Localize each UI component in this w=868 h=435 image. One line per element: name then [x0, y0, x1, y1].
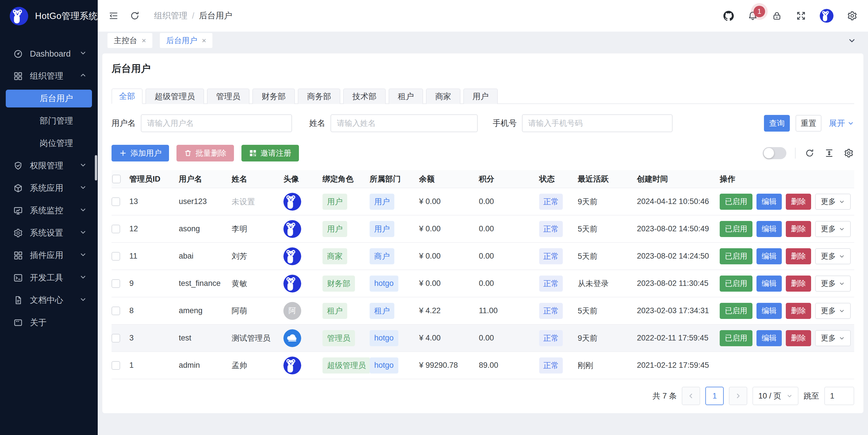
prev-page-button[interactable]	[682, 387, 700, 405]
delete-button[interactable]: 删除	[786, 194, 811, 210]
enabled-button[interactable]: 已启用	[720, 194, 752, 210]
next-page-button[interactable]	[729, 387, 747, 405]
delete-button[interactable]: 删除	[786, 330, 811, 346]
user-avatar[interactable]	[820, 9, 834, 23]
enabled-button[interactable]: 已启用	[720, 303, 752, 319]
sidebar-item-plugins[interactable]: 插件应用	[0, 247, 98, 264]
sidebar-subitem-departments[interactable]: 部门管理	[6, 112, 92, 130]
enabled-button[interactable]: 已启用	[720, 221, 752, 237]
filter-tab-tech[interactable]: 技术部	[343, 89, 386, 104]
expand-link[interactable]: 展开	[829, 118, 854, 129]
more-button[interactable]: 更多	[815, 330, 851, 346]
tab-console[interactable]: 主控台 ×	[107, 33, 152, 48]
lock-screen-icon[interactable]	[771, 10, 782, 21]
sidebar-item-system-apps[interactable]: 系统应用	[0, 179, 98, 197]
sidebar-item-dashboard[interactable]: Dashboard	[0, 45, 98, 63]
row-checkbox[interactable]	[112, 334, 120, 342]
cell-balance: ¥ 0.00	[419, 270, 479, 297]
edit-button[interactable]: 编辑	[756, 221, 782, 237]
delete-button[interactable]: 删除	[786, 303, 811, 319]
row-checkbox[interactable]	[112, 361, 120, 370]
filter-tab-business[interactable]: 商务部	[298, 89, 340, 104]
cell-id: 12	[129, 215, 179, 243]
striped-toggle[interactable]	[763, 147, 786, 159]
sidebar-item-organization[interactable]: 组织管理	[0, 67, 98, 85]
notification-bell-icon[interactable]: 1	[747, 10, 758, 21]
add-user-button[interactable]: 添加用户	[112, 145, 169, 161]
filter-tab-user[interactable]: 用户	[463, 89, 498, 104]
page-size-select[interactable]: 10 / 页	[752, 387, 799, 405]
row-checkbox[interactable]	[112, 279, 120, 288]
sidebar-item-dev-tools[interactable]: 开发工具	[0, 269, 98, 287]
koala-avatar	[283, 356, 301, 374]
table-refresh-icon[interactable]	[804, 148, 815, 159]
filter-tab-finance[interactable]: 财务部	[252, 89, 295, 104]
delete-button[interactable]: 删除	[786, 276, 811, 291]
sidebar-item-system-monitor[interactable]: 系统监控	[0, 202, 98, 219]
logo[interactable]: HotGo管理系统	[0, 0, 98, 32]
edit-button[interactable]: 编辑	[756, 276, 782, 291]
settings-gear-icon[interactable]	[847, 10, 858, 21]
row-checkbox[interactable]	[112, 225, 120, 233]
filter-tab-merchant[interactable]: 商家	[426, 89, 460, 104]
edit-button[interactable]: 编辑	[756, 303, 782, 319]
more-button[interactable]: 更多	[815, 221, 851, 237]
menu-collapse-icon[interactable]	[108, 10, 119, 21]
sidebar-item-system-settings[interactable]: 系统设置	[0, 224, 98, 242]
chevron-down-icon[interactable]	[845, 34, 858, 47]
sidebar-item-about[interactable]: 关于	[0, 314, 98, 332]
invite-register-button[interactable]: 邀请注册	[242, 145, 299, 161]
row-height-icon[interactable]	[824, 148, 835, 159]
more-button[interactable]: 更多	[815, 194, 851, 210]
select-all-checkbox[interactable]	[112, 175, 121, 183]
filter-tab-all[interactable]: 全部	[112, 89, 143, 104]
enabled-button[interactable]: 已启用	[720, 248, 752, 264]
row-checkbox[interactable]	[112, 307, 120, 315]
more-button[interactable]: 更多	[815, 248, 851, 264]
row-checkbox[interactable]	[112, 197, 120, 206]
refresh-icon[interactable]	[129, 10, 140, 21]
delete-button[interactable]: 删除	[786, 248, 811, 264]
enabled-button[interactable]: 已启用	[720, 276, 752, 291]
github-icon[interactable]	[723, 10, 734, 21]
sidebar-item-permissions[interactable]: 权限管理	[0, 157, 98, 175]
sidebar-item-label: 系统设置	[30, 227, 63, 239]
breadcrumb-parent[interactable]: 组织管理	[154, 10, 187, 22]
jump-page-input[interactable]	[824, 387, 854, 405]
query-button[interactable]: 查询	[764, 115, 790, 132]
cell-id: 1	[129, 352, 179, 379]
more-button[interactable]: 更多	[815, 276, 851, 291]
column-settings-gear-icon[interactable]	[843, 148, 854, 159]
filter-tab-tenant[interactable]: 租户	[389, 89, 423, 104]
cell-last-active: 刚刚	[578, 352, 637, 379]
realname-input[interactable]	[331, 114, 478, 132]
more-button[interactable]: 更多	[815, 303, 851, 319]
sidebar-subitem-backend-users[interactable]: 后台用户	[6, 90, 92, 107]
sidebar-subitem-posts[interactable]: 岗位管理	[6, 134, 92, 152]
reset-button[interactable]: 重置	[796, 115, 822, 132]
chevron-up-icon	[79, 71, 87, 81]
sidebar-item-docs[interactable]: 文档中心	[0, 291, 98, 309]
enabled-button[interactable]: 已启用	[720, 330, 752, 346]
close-icon[interactable]: ×	[142, 37, 146, 44]
username-input[interactable]	[141, 114, 292, 132]
sidebar-scrollbar[interactable]	[95, 155, 97, 181]
more-label: 更多	[821, 224, 836, 234]
edit-button[interactable]: 编辑	[756, 194, 782, 210]
row-checkbox[interactable]	[112, 252, 120, 260]
mobile-input[interactable]	[522, 114, 673, 132]
dept-tag: 用户	[370, 221, 394, 237]
org-grid-icon	[13, 71, 23, 81]
close-icon[interactable]: ×	[202, 37, 206, 44]
edit-button[interactable]: 编辑	[756, 330, 782, 346]
tab-backend-users[interactable]: 后台用户 ×	[160, 33, 212, 48]
cell-created: 2022-02-11 17:59:45	[637, 324, 720, 352]
edit-button[interactable]: 编辑	[756, 248, 782, 264]
filter-tab-super-admin[interactable]: 超级管理员	[146, 89, 204, 104]
fullscreen-icon[interactable]	[796, 10, 806, 21]
filter-tab-admin[interactable]: 管理员	[207, 89, 249, 104]
batch-delete-button[interactable]: 批量删除	[177, 145, 234, 161]
page-1-button[interactable]: 1	[705, 387, 724, 405]
cube-icon	[13, 183, 23, 193]
delete-button[interactable]: 删除	[786, 221, 811, 237]
